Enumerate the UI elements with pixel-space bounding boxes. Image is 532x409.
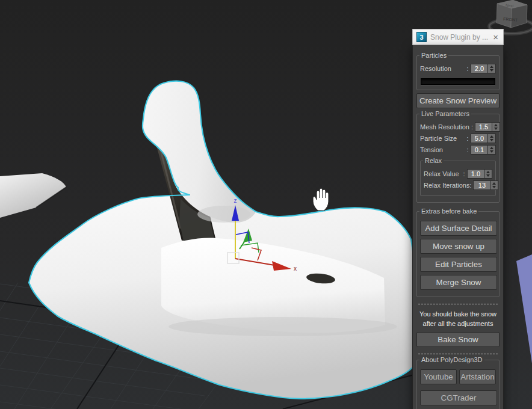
about-links-row: Youtube Artstation — [420, 366, 496, 387]
bake-note: You should bake the snow after all the a… — [416, 310, 500, 329]
spinner-arrows-icon[interactable] — [488, 134, 496, 143]
mesh-resolution-colon: : — [471, 123, 473, 131]
tension-spinner[interactable]: 0.1 — [471, 145, 496, 155]
spinner-up-icon[interactable] — [490, 66, 493, 68]
mesh-resolution-label: Mesh Resolution — [420, 123, 469, 131]
tension-colon: : — [466, 146, 469, 153]
relax-value-label: Relax Value — [424, 170, 461, 177]
tension-label: Tension — [420, 146, 465, 153]
bake-snow-button[interactable]: Bake Snow — [416, 332, 500, 347]
x-axis-label: x — [294, 265, 297, 272]
spinner-down-icon[interactable] — [490, 150, 493, 153]
tension-value[interactable]: 0.1 — [471, 145, 488, 155]
relax-iterations-label: Relax Iterations: — [424, 182, 471, 189]
relax-iterations-value[interactable]: 13 — [473, 180, 490, 190]
extras-group: Extras before bake Add Surface Detail Mo… — [416, 211, 500, 297]
resolution-spinner[interactable]: 2.0 — [471, 64, 496, 73]
extras-group-label: Extras before bake — [419, 208, 478, 215]
spinner-arrows-icon[interactable] — [492, 122, 500, 132]
mesh-resolution-value[interactable]: 1.5 — [475, 122, 492, 132]
artstation-button[interactable]: Artstation — [459, 369, 496, 384]
relax-group: Relax Relax Value : 1.0 Relax Iterations… — [420, 161, 496, 196]
spinner-down-icon[interactable] — [490, 69, 493, 72]
spinner-up-icon[interactable] — [486, 171, 490, 173]
window-titlebar[interactable]: 3 Snow Plugin by ... × — [412, 29, 504, 45]
dashed-separator — [418, 354, 498, 354]
particle-size-colon: : — [466, 135, 469, 142]
particle-size-value[interactable]: 5.0 — [471, 134, 488, 143]
relax-value-colon: : — [463, 170, 465, 177]
relax-group-label: Relax — [423, 157, 444, 164]
z-axis-label: z — [234, 197, 237, 204]
particles-group: Particles Resolution : 2.0 — [416, 55, 500, 90]
snow-plugin-window: 3 Snow Plugin by ... × Particles Resolut… — [412, 29, 504, 409]
add-surface-detail-button[interactable]: Add Surface Detail — [420, 221, 497, 236]
particles-group-label: Particles — [419, 52, 448, 59]
edit-particles-button[interactable]: Edit Particles — [420, 257, 497, 272]
live-parameters-group-label: Live Parameters — [419, 110, 471, 117]
spinner-down-icon[interactable] — [494, 128, 498, 130]
spinner-down-icon[interactable] — [486, 174, 490, 177]
particle-size-label: Particle Size — [420, 135, 465, 142]
column-base-shading — [197, 206, 250, 223]
cgtrader-button[interactable]: CGTrader — [420, 390, 497, 405]
dashed-separator — [418, 304, 498, 304]
spinner-down-icon[interactable] — [492, 186, 496, 188]
particle-size-spinner[interactable]: 5.0 — [471, 134, 496, 143]
youtube-button[interactable]: Youtube — [420, 369, 457, 384]
viewcube-hint-label: Next — [506, 3, 514, 8]
3dsmax-logo-icon: 3 — [416, 32, 427, 42]
spinner-up-icon[interactable] — [494, 124, 498, 126]
spinner-up-icon[interactable] — [492, 182, 496, 185]
bake-note-line1: You should bake the snow — [416, 310, 500, 319]
relax-value-row: Relax Value : 1.0 — [424, 169, 492, 179]
resolution-row: Resolution : 2.0 — [420, 64, 496, 73]
spinner-down-icon[interactable] — [490, 139, 493, 141]
about-group: About PolyDesign3D Youtube Artstation CG… — [416, 360, 500, 409]
panel-body: Particles Resolution : 2.0 Create Snow P… — [412, 45, 504, 409]
tension-row: Tension : 0.1 — [420, 145, 496, 155]
close-icon[interactable]: × — [492, 32, 500, 42]
window-title: Snow Plugin by ... — [430, 33, 488, 42]
spinner-arrows-icon[interactable] — [488, 145, 496, 155]
particle-size-row: Particle Size : 5.0 — [420, 134, 496, 143]
create-snow-preview-button[interactable]: Create Snow Preview — [416, 93, 500, 108]
resolution-label: Resolution — [420, 65, 465, 72]
spinner-up-icon[interactable] — [490, 135, 493, 138]
resolution-value[interactable]: 2.0 — [471, 64, 488, 73]
mesh-resolution-spinner[interactable]: 1.5 — [475, 122, 500, 132]
relax-value-spinner[interactable]: 1.0 — [467, 169, 492, 179]
live-parameters-group: Live Parameters Mesh Resolution : 1.5 Pa… — [416, 114, 500, 203]
spinner-arrows-icon[interactable] — [488, 64, 496, 73]
relax-iterations-row: Relax Iterations: 13 — [424, 180, 492, 190]
bake-note-line2: after all the adjustments — [416, 319, 500, 329]
3ds-max-viewport: z x FRONT Next 3 Snow Plugin by ... × Pa… — [0, 0, 532, 409]
resolution-progress-bar — [421, 78, 495, 85]
relax-value-value[interactable]: 1.0 — [467, 169, 484, 179]
move-snow-up-button[interactable]: Move snow up — [420, 239, 497, 254]
relax-iterations-spinner[interactable]: 13 — [473, 180, 498, 190]
about-group-label: About PolyDesign3D — [419, 356, 484, 363]
spinner-arrows-icon[interactable] — [490, 180, 498, 190]
mesh-resolution-row: Mesh Resolution : 1.5 — [420, 122, 496, 132]
merge-snow-button[interactable]: Merge Snow — [420, 275, 497, 290]
resolution-colon: : — [466, 65, 469, 72]
bench-bottom-shading — [169, 317, 397, 336]
spinner-arrows-icon[interactable] — [484, 169, 492, 179]
spinner-up-icon[interactable] — [490, 147, 493, 149]
